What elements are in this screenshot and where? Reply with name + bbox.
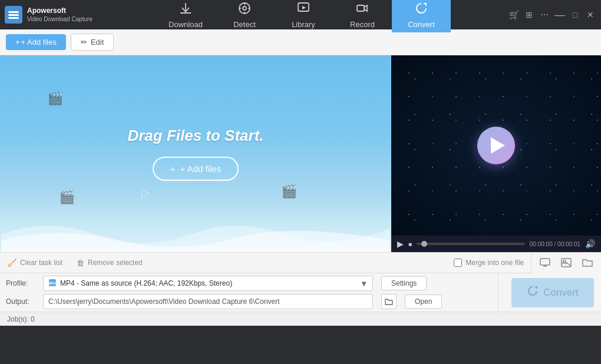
convert-button[interactable]: Convert — [511, 278, 594, 307]
add-files-main-button[interactable]: + + Add files — [153, 157, 239, 181]
video-preview: ▶ ■ 00:00:00 / 00:00:01 🔊 — [391, 55, 601, 252]
tab-library[interactable]: Library — [274, 0, 333, 32]
window-controls: 🛒 ⊞ ⋯ — □ ✕ — [508, 9, 596, 21]
edit-icon: ✏ — [81, 38, 87, 47]
film-icon-bottomright: 🎬 — [281, 184, 297, 199]
progress-bar[interactable] — [417, 243, 525, 245]
jobs-status: Job(s): 0 — [7, 315, 35, 323]
profile-row: Profile: MP4 MP4 - Same as source (H.264… — [6, 276, 492, 291]
screen-icon[interactable] — [540, 258, 550, 270]
settings-button[interactable]: Settings — [381, 276, 427, 290]
video-controls: ▶ ■ 00:00:00 / 00:00:01 🔊 — [391, 236, 601, 252]
output-row: Output: C:\Users\jerry\Documents\Apowers… — [6, 294, 492, 309]
tab-detect[interactable]: Detect — [215, 0, 274, 32]
toolbar: + + Add files ✏ Edit — [0, 29, 601, 55]
play-triangle-icon — [491, 137, 505, 154]
svg-point-1 — [243, 6, 246, 10]
plus-icon-main: + — [170, 164, 176, 174]
profile-label: Profile: — [6, 279, 38, 287]
output-path: C:\Users\jerry\Documents\Apowersoft\Vide… — [43, 294, 373, 309]
video-screen — [391, 55, 601, 236]
wave-decoration — [0, 205, 391, 252]
browse-folder-button[interactable] — [381, 294, 397, 309]
record-icon — [355, 1, 369, 18]
image-icon[interactable] — [561, 258, 572, 270]
svg-text:MP4: MP4 — [49, 282, 57, 285]
cart-button[interactable]: 🛒 — [508, 9, 520, 21]
svg-marker-7 — [302, 6, 306, 9]
profile-value: MP4 - Same as source (H.264; AAC, 192Kbp… — [60, 279, 356, 287]
more-button[interactable]: ⋯ — [539, 9, 550, 21]
video-play-ctrl[interactable]: ▶ — [397, 239, 404, 249]
titlebar: Apowersoft Video Download Capture Downlo… — [0, 0, 601, 29]
minimize-button[interactable]: — — [554, 9, 566, 21]
app-logo-text: Apowersoft Video Download Capture — [27, 6, 93, 24]
convert-icon — [414, 1, 428, 18]
svg-rect-8 — [357, 5, 364, 11]
convert-section: Convert — [498, 273, 601, 312]
video-play-button[interactable] — [477, 127, 515, 164]
main-area: 🎬 Drag Files to Start. + + Add files 🎬 ▷… — [0, 55, 601, 252]
broom-icon: 🧹 — [7, 259, 16, 267]
config-area: Profile: MP4 MP4 - Same as source (H.264… — [0, 273, 601, 312]
clear-task-button[interactable]: 🧹 Clear task list — [7, 259, 62, 267]
plus-icon: + — [15, 38, 20, 47]
detect-icon — [237, 1, 252, 18]
film-icon-topleft: 🎬 — [47, 91, 63, 106]
tab-convert[interactable]: Convert — [392, 0, 451, 32]
dropdown-arrow-icon: ▼ — [360, 279, 368, 288]
add-files-button[interactable]: + + Add files — [6, 34, 66, 50]
restore-button[interactable]: □ — [569, 9, 581, 21]
actions-bar: 🧹 Clear task list 🗑 Remove selected Merg… — [0, 252, 601, 273]
preview-icons-bar — [531, 253, 601, 275]
status-bar: Job(s): 0 — [0, 312, 601, 326]
trash-icon: 🗑 — [77, 259, 84, 267]
download-icon — [179, 1, 193, 18]
output-label: Output: — [6, 297, 38, 306]
tab-download[interactable]: Download — [156, 0, 215, 32]
grid-button[interactable]: ⊞ — [523, 9, 535, 21]
volume-icon[interactable]: 🔊 — [585, 239, 595, 249]
play-icon-small: ▷ — [141, 186, 150, 199]
progress-dot — [421, 241, 427, 247]
nav-tabs: Download Detect — [99, 0, 508, 32]
library-icon — [296, 1, 311, 18]
edit-button[interactable]: ✏ Edit — [71, 34, 114, 51]
config-left: Profile: MP4 MP4 - Same as source (H.264… — [0, 273, 498, 312]
open-button[interactable]: Open — [405, 294, 442, 309]
mp4-icon: MP4 — [48, 279, 57, 289]
time-display: 00:00:00 / 00:00:01 — [530, 241, 580, 247]
film-icon-bottomleft: 🎬 — [59, 190, 75, 205]
close-button[interactable]: ✕ — [585, 9, 596, 21]
drop-zone[interactable]: 🎬 Drag Files to Start. + + Add files 🎬 ▷… — [0, 55, 391, 252]
remove-selected-button[interactable]: 🗑 Remove selected — [77, 259, 143, 267]
app-logo: Apowersoft Video Download Capture — [5, 6, 99, 24]
drag-text: Drag Files to Start. — [127, 127, 263, 145]
merge-checkbox[interactable] — [454, 259, 462, 267]
convert-label: Convert — [543, 287, 579, 299]
convert-spin-icon — [527, 285, 539, 300]
profile-select[interactable]: MP4 MP4 - Same as source (H.264; AAC, 19… — [43, 276, 373, 291]
merge-area: Merge into one file — [454, 259, 524, 267]
app-logo-icon — [5, 6, 22, 24]
svg-rect-9 — [540, 259, 550, 265]
tab-record[interactable]: Record — [333, 0, 392, 32]
folder-icon[interactable] — [582, 258, 593, 270]
video-stop-ctrl[interactable]: ■ — [408, 241, 412, 247]
